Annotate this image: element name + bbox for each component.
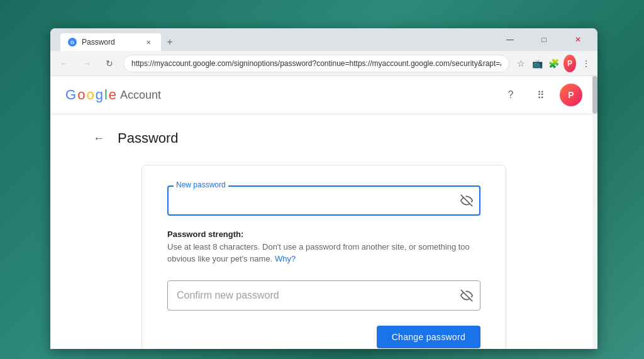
scrollbar-track xyxy=(592,76,597,349)
account-label: Account xyxy=(120,89,161,102)
address-bar: ← → ↻ ☆ 📺 🧩 P ⋮ xyxy=(50,51,597,76)
main-content: ← Password New password xyxy=(72,114,575,349)
back-button[interactable]: ← xyxy=(87,127,110,150)
scrollbar-thumb[interactable] xyxy=(592,76,597,114)
forward-nav-button[interactable]: → xyxy=(78,55,96,72)
button-row: Change password xyxy=(167,326,480,348)
google-letter-g2: g xyxy=(96,87,103,103)
browser-window: G Password ✕ + — □ ✕ ← → ↻ ☆ 📺 🧩 P ⋮ xyxy=(50,28,597,349)
header-actions: ? ⠿ P xyxy=(499,84,582,106)
new-tab-button[interactable]: + xyxy=(161,33,179,51)
google-logo: Google Account xyxy=(65,87,161,103)
page-title: Password xyxy=(118,130,179,146)
toggle-new-password-visibility[interactable] xyxy=(460,194,473,207)
minimize-button[interactable]: — xyxy=(496,28,525,51)
google-letter-o2: o xyxy=(86,87,94,103)
change-password-button[interactable]: Change password xyxy=(377,326,480,348)
back-nav-button[interactable]: ← xyxy=(55,55,73,72)
new-password-field: New password xyxy=(167,185,480,216)
google-letter-e: e xyxy=(109,87,116,103)
address-input[interactable] xyxy=(123,55,509,72)
extensions-icon[interactable]: 🧩 xyxy=(547,57,560,70)
new-password-input[interactable] xyxy=(167,185,480,216)
password-strength-section: Password strength: Use at least 8 charac… xyxy=(167,228,480,265)
profile-nav-icon[interactable]: P xyxy=(564,57,576,70)
reload-button[interactable]: ↻ xyxy=(101,55,118,72)
title-bar: G Password ✕ + — □ ✕ xyxy=(50,28,597,51)
active-tab[interactable]: G Password ✕ xyxy=(60,33,161,51)
address-actions: ☆ 📺 🧩 P ⋮ xyxy=(514,57,592,70)
google-letter-g: G xyxy=(65,87,76,103)
window-action-buttons: — □ ✕ xyxy=(496,28,592,51)
tab-bar: G Password ✕ + xyxy=(60,28,496,51)
google-letter-o1: o xyxy=(77,87,85,103)
bookmark-icon[interactable]: ☆ xyxy=(514,57,527,70)
tab-title: Password xyxy=(82,38,115,47)
close-button[interactable]: ✕ xyxy=(564,28,592,51)
back-header: ← Password xyxy=(87,127,560,150)
tab-close-button[interactable]: ✕ xyxy=(143,37,153,47)
password-card: New password Password strength: Use a xyxy=(142,165,506,349)
confirm-password-input[interactable] xyxy=(167,280,480,311)
new-password-label: New password xyxy=(174,180,228,189)
strength-label: Password strength: xyxy=(167,229,243,239)
tab-favicon: G xyxy=(68,38,77,47)
nav-profile-avatar[interactable]: P xyxy=(564,55,576,72)
toggle-confirm-password-visibility[interactable] xyxy=(460,289,473,302)
menu-icon[interactable]: ⋮ xyxy=(580,57,592,70)
help-button[interactable]: ? xyxy=(499,84,522,106)
page-content: Google Account ? ⠿ P ← Password New pass… xyxy=(50,76,597,349)
cast-icon[interactable]: 📺 xyxy=(531,57,543,70)
confirm-password-field xyxy=(167,280,480,311)
google-letter-l: l xyxy=(104,87,108,103)
why-link[interactable]: Why? xyxy=(275,254,296,263)
maximize-button[interactable]: □ xyxy=(530,28,558,51)
google-apps-button[interactable]: ⠿ xyxy=(530,84,552,106)
account-header: Google Account ? ⠿ P xyxy=(50,76,597,114)
strength-hint: Use at least 8 characters. Don't use a p… xyxy=(167,242,470,264)
user-avatar[interactable]: P xyxy=(560,84,582,106)
